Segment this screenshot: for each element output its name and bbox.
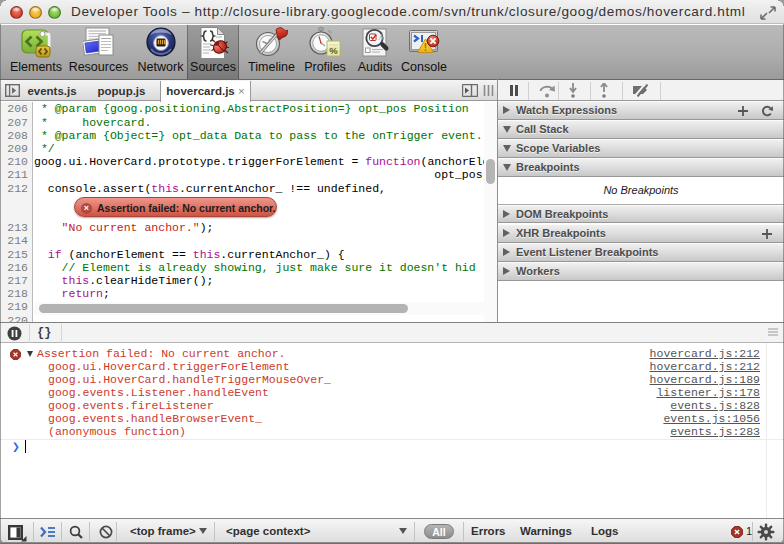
svg-text:!: ! xyxy=(424,42,427,53)
svg-text:%: % xyxy=(329,45,338,56)
svg-text:A: A xyxy=(378,32,385,42)
